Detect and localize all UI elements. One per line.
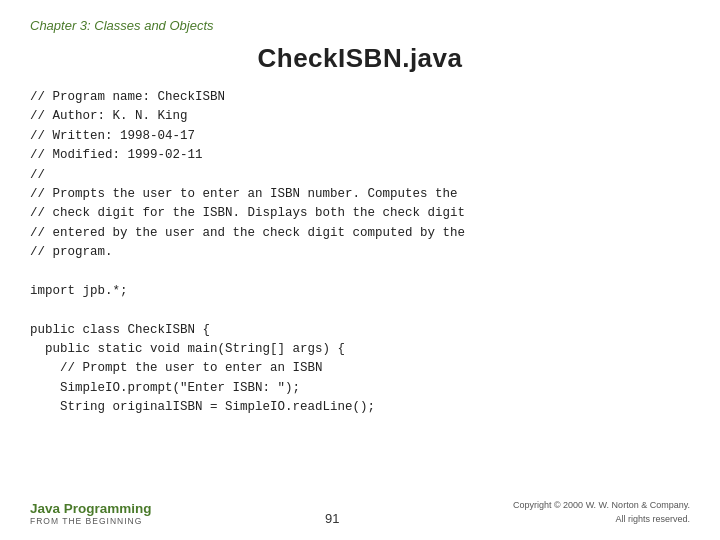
brand: Java Programming FROM THE BEGINNING	[30, 501, 152, 526]
code-block: // Program name: CheckISBN // Author: K.…	[30, 88, 690, 417]
brand-subtitle: FROM THE BEGINNING	[30, 516, 152, 526]
copyright: Copyright © 2000 W. W. Norton & Company.…	[513, 499, 690, 526]
copyright-line1: Copyright © 2000 W. W. Norton & Company.	[513, 500, 690, 510]
brand-title: Java Programming	[30, 501, 152, 516]
page-number: 91	[325, 511, 339, 526]
footer: Java Programming FROM THE BEGINNING 91 C…	[30, 499, 690, 526]
slide-page: Chapter 3: Classes and Objects CheckISBN…	[0, 0, 720, 540]
copyright-line2: All rights reserved.	[615, 514, 690, 524]
file-title: CheckISBN.java	[30, 43, 690, 74]
chapter-title: Chapter 3: Classes and Objects	[30, 18, 690, 33]
